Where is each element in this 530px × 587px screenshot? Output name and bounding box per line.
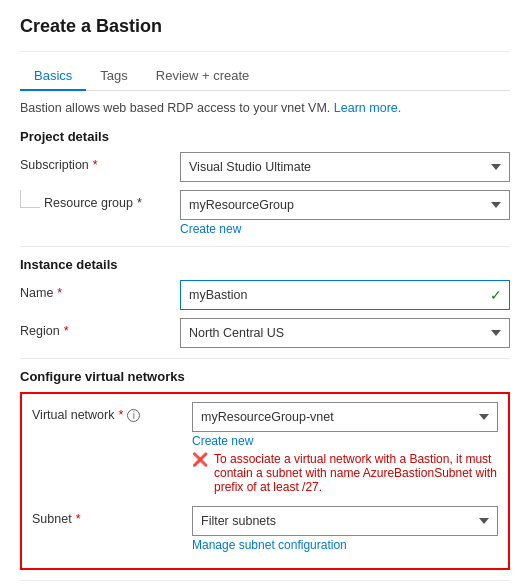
page-container: Create a Bastion Basics Tags Review + cr… (0, 0, 530, 587)
section-divider-2 (20, 358, 510, 359)
page-title: Create a Bastion (20, 16, 510, 37)
section-divider-3 (20, 580, 510, 581)
title-divider (20, 51, 510, 52)
name-label: Name * (20, 280, 180, 300)
subnet-required: * (76, 512, 81, 526)
rg-required: * (137, 196, 142, 210)
region-row: Region * North Central US (20, 318, 510, 348)
resource-group-label: Resource group * (44, 190, 180, 210)
subscription-label: Subscription * (20, 152, 180, 172)
learn-more-link[interactable]: Learn more. (334, 101, 401, 115)
subnet-label: Subnet * (32, 506, 192, 526)
subscription-control: Visual Studio Ultimate (180, 152, 510, 182)
name-input[interactable] (180, 280, 510, 310)
project-details-title: Project details (20, 129, 510, 144)
vnet-section-title: Configure virtual networks (20, 369, 510, 384)
vnet-select[interactable]: myResourceGroup-vnet (192, 402, 498, 432)
subscription-required: * (93, 158, 98, 172)
resource-group-select[interactable]: myResourceGroup (180, 190, 510, 220)
resource-group-control: myResourceGroup Create new (180, 190, 510, 236)
vnet-info-icon[interactable]: i (127, 409, 140, 422)
page-description: Bastion allows web based RDP access to y… (20, 101, 510, 115)
region-select[interactable]: North Central US (180, 318, 510, 348)
subnet-control: Filter subnets Manage subnet configurati… (192, 506, 498, 552)
vnet-required: * (118, 408, 123, 422)
error-icon: ❌ (192, 452, 208, 467)
vnet-red-border: Virtual network * i myResourceGroup-vnet… (20, 392, 510, 570)
subnet-row: Subnet * Filter subnets Manage subnet co… (32, 506, 498, 552)
name-row: Name * ✓ (20, 280, 510, 310)
vnet-create-new-link[interactable]: Create new (192, 434, 253, 448)
manage-subnet-link[interactable]: Manage subnet configuration (192, 538, 347, 552)
rg-indent (20, 190, 40, 208)
name-required: * (57, 286, 62, 300)
tab-basics[interactable]: Basics (20, 62, 86, 91)
subscription-row: Subscription * Visual Studio Ultimate (20, 152, 510, 182)
vnet-control: myResourceGroup-vnet Create new ❌ To ass… (192, 402, 498, 498)
rg-create-new-link[interactable]: Create new (180, 222, 241, 236)
instance-details-title: Instance details (20, 257, 510, 272)
subscription-select[interactable]: Visual Studio Ultimate (180, 152, 510, 182)
subnet-select[interactable]: Filter subnets (192, 506, 498, 536)
region-label: Region * (20, 318, 180, 338)
tab-tags[interactable]: Tags (86, 62, 141, 91)
tab-review-create[interactable]: Review + create (142, 62, 264, 91)
name-input-wrap: ✓ (180, 280, 510, 310)
vnet-label: Virtual network * i (32, 402, 192, 422)
name-check-icon: ✓ (490, 287, 502, 303)
section-divider-1 (20, 246, 510, 247)
name-control: ✓ (180, 280, 510, 310)
vnet-error-msg: ❌ To associate a virtual network with a … (192, 452, 498, 494)
tabs-bar: Basics Tags Review + create (20, 62, 510, 91)
region-control: North Central US (180, 318, 510, 348)
vnet-row: Virtual network * i myResourceGroup-vnet… (32, 402, 498, 498)
region-required: * (64, 324, 69, 338)
resource-group-row: Resource group * myResourceGroup Create … (20, 190, 510, 236)
